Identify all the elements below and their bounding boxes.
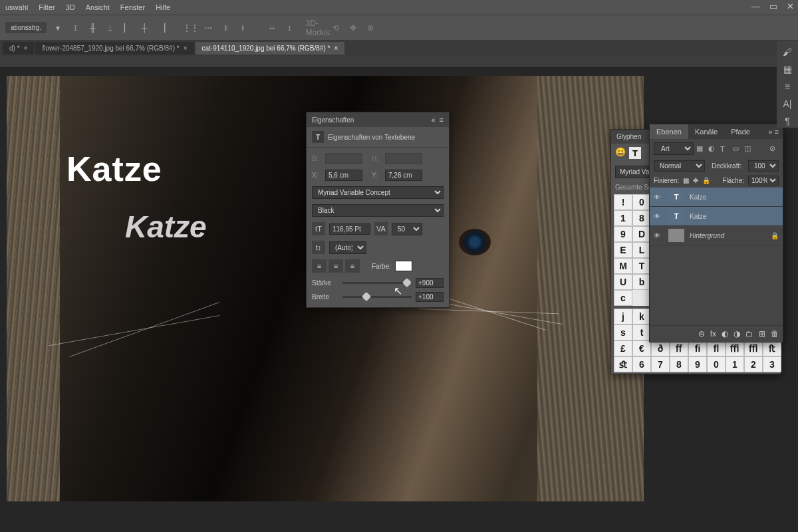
distribute-icon[interactable]: ⋯ xyxy=(202,22,214,34)
font-family-select[interactable]: Myriad Variable Concept xyxy=(312,186,444,199)
menu-item[interactable]: Hilfe xyxy=(156,3,170,11)
tab-document[interactable]: d) *× xyxy=(3,42,34,55)
visibility-icon[interactable]: 👁 xyxy=(654,194,663,201)
glyph-cell[interactable]: 1 xyxy=(614,210,632,226)
lock-all-icon[interactable]: 🔒 xyxy=(702,177,710,184)
chevron-down-icon[interactable]: ▾ xyxy=(52,22,64,34)
blend-mode-select[interactable]: Normal xyxy=(654,160,705,172)
layer-thumbnail[interactable] xyxy=(668,229,684,242)
filter-type-icon[interactable]: T xyxy=(720,145,730,153)
opacity-select[interactable]: 100% xyxy=(748,160,779,172)
glyph-cell[interactable]: L xyxy=(632,242,651,258)
width-slider[interactable] xyxy=(342,296,412,298)
align-center-button[interactable]: ≡ xyxy=(329,259,343,273)
glyph-cell[interactable]: t xyxy=(632,325,651,340)
layer-thumbnail[interactable]: T xyxy=(668,190,684,203)
glyph-cell[interactable]: £ xyxy=(614,340,632,356)
align-bottom-icon[interactable]: ⟂ xyxy=(104,22,116,34)
close-tab-icon[interactable]: × xyxy=(24,45,28,52)
layer-item[interactable]: 👁TKatze xyxy=(650,207,783,226)
glyph-cell[interactable]: 3 xyxy=(763,356,781,372)
glyph-cell[interactable]: c xyxy=(614,290,632,306)
filter-toggle-icon[interactable]: ⊘ xyxy=(769,144,779,153)
flyout-menu-icon[interactable]: ≡ xyxy=(440,116,444,124)
3d-mode-icon[interactable]: 3D-Modus: xyxy=(313,22,325,34)
lock-position-icon[interactable]: ✥ xyxy=(693,177,698,184)
weight-slider[interactable] xyxy=(342,282,412,284)
layer-name[interactable]: Hintergrund xyxy=(690,232,724,239)
color-swatch[interactable] xyxy=(395,261,412,271)
delete-layer-icon[interactable]: 🗑 xyxy=(771,329,779,338)
font-size-field[interactable] xyxy=(329,223,370,235)
orbit-icon[interactable]: ⟲ xyxy=(330,22,342,34)
glyph-cell[interactable]: ﬃ xyxy=(726,340,744,356)
glyph-cell[interactable]: s xyxy=(614,325,632,340)
glyph-cell[interactable]: b xyxy=(632,274,651,290)
new-group-icon[interactable]: 🗀 xyxy=(745,329,753,338)
glyph-cell[interactable]: 8 xyxy=(632,210,651,226)
glyph-cell[interactable]: U xyxy=(614,274,632,290)
glyph-cell[interactable]: k xyxy=(632,309,651,325)
glyph-cell[interactable]: ﬀ xyxy=(670,340,688,356)
glyph-cell[interactable]: 0 xyxy=(707,356,726,372)
align-right-button[interactable]: ≡ xyxy=(345,259,360,273)
menu-item[interactable]: Ansicht xyxy=(86,3,110,11)
link-layers-icon[interactable]: ⊖ xyxy=(698,329,705,338)
glyph-cell[interactable]: ﬂ xyxy=(707,340,726,356)
glyph-cell[interactable]: ﬁ xyxy=(688,340,707,356)
new-layer-icon[interactable]: ⊞ xyxy=(759,329,765,338)
adjustments-icon[interactable]: ≡ xyxy=(785,81,790,92)
leading-select[interactable]: (Auto) xyxy=(329,241,366,254)
layer-filter-select[interactable]: Art xyxy=(654,142,694,155)
layer-name[interactable]: Katze xyxy=(690,194,707,201)
tab-paths[interactable]: Pfade xyxy=(724,124,757,139)
collapse-icon[interactable]: « xyxy=(431,116,435,124)
glyph-cell[interactable]: 9 xyxy=(614,226,632,242)
glyph-cell[interactable]: 8 xyxy=(670,356,688,372)
align-hcenter-icon[interactable]: ┼ xyxy=(138,22,150,34)
align-top-icon[interactable]: ⟟ xyxy=(69,22,81,34)
glyph-cell[interactable]: 1 xyxy=(726,356,744,372)
history-icon[interactable]: 🖌 xyxy=(783,47,792,57)
layer-mask-icon[interactable]: ◐ xyxy=(722,329,728,338)
filter-shape-icon[interactable]: ▭ xyxy=(732,144,741,153)
glyph-cell[interactable]: E xyxy=(614,242,632,258)
close-icon[interactable]: ✕ xyxy=(787,1,794,11)
maximize-icon[interactable]: ▭ xyxy=(769,1,777,11)
text-layer-1[interactable]: Katze xyxy=(66,149,162,189)
tracking-select[interactable]: 50 xyxy=(392,223,422,235)
panel-header[interactable]: Eigenschaften «≡ xyxy=(307,112,449,127)
spacing-icon[interactable]: ↔ xyxy=(266,22,278,34)
align-vcenter-icon[interactable]: ╫ xyxy=(86,22,98,34)
font-weight-select[interactable]: Black xyxy=(312,204,444,217)
close-tab-icon[interactable]: × xyxy=(184,45,188,52)
type-icon[interactable]: T xyxy=(629,147,641,159)
menu-item[interactable]: Fenster xyxy=(120,3,145,11)
align-left-button[interactable]: ≡ xyxy=(312,259,327,273)
filter-adjust-icon[interactable]: ◐ xyxy=(708,144,718,153)
weight-value-field[interactable] xyxy=(416,278,444,288)
visibility-icon[interactable]: 👁 xyxy=(654,213,663,220)
swatches-icon[interactable]: ▦ xyxy=(783,64,792,74)
glyph-cell[interactable]: j xyxy=(614,309,632,325)
distribute-icon[interactable]: ⫲ xyxy=(237,22,249,34)
layer-item[interactable]: 👁Hintergrund🔒 xyxy=(650,226,783,245)
layer-fx-icon[interactable]: fx xyxy=(710,329,716,338)
close-tab-icon[interactable]: × xyxy=(334,45,338,52)
layer-name[interactable]: Katze xyxy=(690,213,707,220)
zoom-icon[interactable]: ⊕ xyxy=(364,22,376,34)
text-layer-2[interactable]: Katze xyxy=(125,209,207,245)
glyph-cell[interactable]: 9 xyxy=(688,356,707,372)
y-position-field[interactable] xyxy=(385,170,422,181)
glyph-cell[interactable]: € xyxy=(632,340,651,356)
tab-document-active[interactable]: cat-914110_1920.jpg bei 66,7% (RGB/8#) *… xyxy=(196,42,345,55)
visibility-icon[interactable]: 👁 xyxy=(654,232,663,239)
glyph-cell[interactable]: 7 xyxy=(651,356,670,372)
tab-channels[interactable]: Kanäle xyxy=(688,124,724,139)
align-left-icon[interactable]: ▏ xyxy=(121,22,133,34)
layer-item[interactable]: 👁TKatze xyxy=(650,188,783,207)
spacing-icon[interactable]: ↕ xyxy=(283,22,295,34)
distribute-icon[interactable]: ⋮⋮ xyxy=(185,22,197,34)
pan-icon[interactable]: ✥ xyxy=(347,22,359,34)
align-right-icon[interactable]: ▕ xyxy=(156,22,168,34)
